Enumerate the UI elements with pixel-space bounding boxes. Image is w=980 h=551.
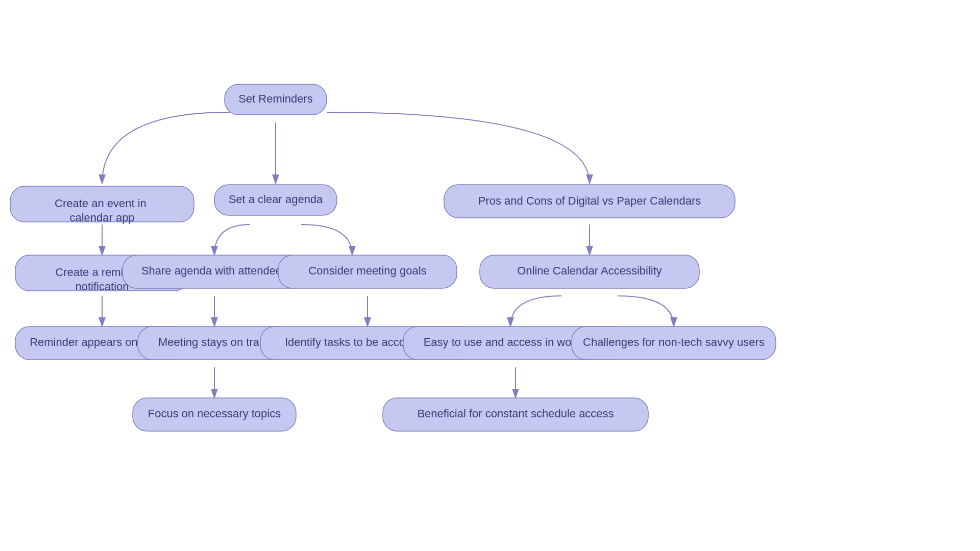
node-onlineCalendar-label: Online Calendar Accessibility: [517, 264, 662, 277]
arrow-clearAgenda-shareAgenda: [214, 224, 250, 255]
node-prosCons-label: Pros and Cons of Digital vs Paper Calend…: [478, 194, 701, 207]
node-focusTopics-label: Focus on necessary topics: [148, 407, 281, 420]
node-beneficialAccess-label: Beneficial for constant schedule access: [417, 407, 614, 420]
node-shareAgenda-label: Share agenda with attendees: [141, 264, 287, 277]
arrow-root-createEvent: [102, 112, 230, 184]
node-meetingGoals-label: Consider meeting goals: [308, 264, 426, 277]
arrow-onlineCalendar-easyAccess: [510, 296, 561, 327]
node-root-label: Set Reminders: [238, 92, 313, 105]
arrow-root-prosCons: [327, 112, 590, 184]
node-meetingTrack-label: Meeting stays on track: [158, 336, 271, 348]
arrow-onlineCalendar-challenges: [618, 296, 674, 327]
node-challenges-label: Challenges for non-tech savvy users: [583, 336, 765, 348]
node-clearAgenda-label: Set a clear agenda: [229, 193, 323, 206]
mind-map-diagram: Set Reminders Create an event in calenda…: [0, 0, 980, 551]
arrow-clearAgenda-meetingGoals: [301, 224, 352, 255]
